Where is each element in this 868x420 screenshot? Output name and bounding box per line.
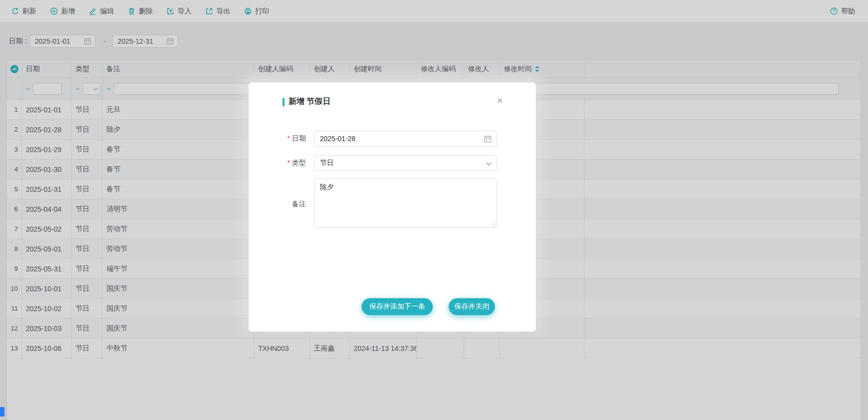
modal-date-input[interactable]: 2025-01-28	[314, 131, 497, 147]
modal-title: 新增 节假日	[289, 96, 330, 107]
chevron-down-icon	[486, 162, 492, 166]
modal-note-label: 备注	[249, 200, 306, 209]
modal-date-label: *日期	[249, 134, 306, 143]
close-icon[interactable]: ×	[494, 94, 506, 106]
save-and-close-button[interactable]: 保存并关闭	[449, 298, 495, 315]
blue-artifact	[0, 407, 4, 417]
modal-type-label: *类型	[249, 159, 306, 168]
modal-type-value: 节日	[320, 159, 334, 168]
modal-title-accent-bar	[283, 98, 285, 106]
modal-note-textarea[interactable]: 除夕	[314, 178, 497, 228]
modal-date-value: 2025-01-28	[320, 135, 356, 143]
add-holiday-modal: 新增 节假日 × *日期 2025-01-28 *类型 节日 备注 除夕 保存并…	[249, 83, 536, 332]
resize-handle-icon[interactable]	[491, 222, 496, 227]
required-marker: *	[288, 134, 290, 142]
modal-type-select[interactable]: 节日	[314, 155, 497, 171]
required-marker: *	[288, 159, 290, 167]
calendar-icon[interactable]	[483, 135, 492, 143]
save-and-add-next-button[interactable]: 保存并添加下一条	[362, 298, 433, 315]
